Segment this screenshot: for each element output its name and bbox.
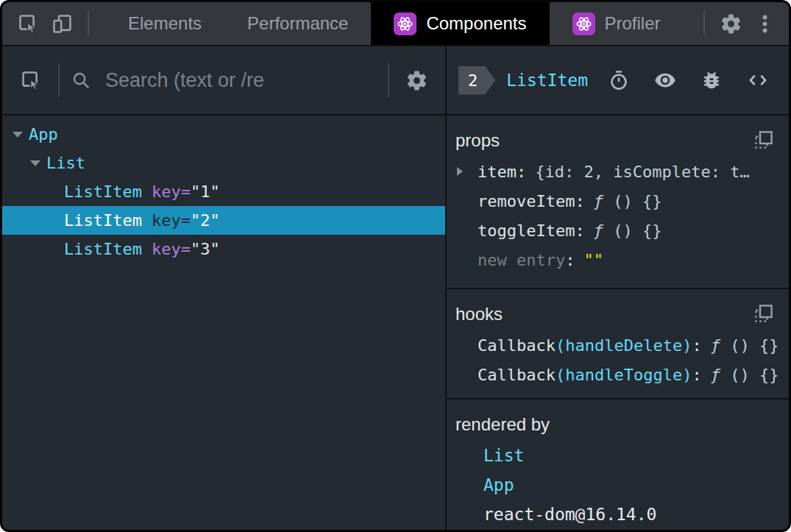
toolbar-divider [703,11,705,36]
props-section-title: props [455,129,778,152]
suspense-toggle-button[interactable] [606,67,632,93]
prop-value: ƒ () {} [594,192,662,210]
copy-hooks-button[interactable] [751,301,777,327]
key-attribute: key="2" [152,211,220,230]
divider [388,63,389,97]
hook-arg: (handleDelete) [556,336,692,355]
copy-icon [753,129,775,151]
react-logo-icon [394,13,416,35]
component-name: ListItem [64,182,142,201]
divider [58,63,60,97]
new-entry-input[interactable]: new entry [478,251,565,269]
components-tree-pane: App List ListItem key="1" ListItem key="… [2,46,447,530]
rendered-by-section: rendered by List App react-dom@16.14.0 [447,400,789,530]
select-component-button[interactable] [14,63,48,97]
view-source-icon [747,69,769,91]
kebab-menu-icon [753,13,776,35]
inspect-element-icon [17,13,40,35]
inspect-element-button[interactable] [11,7,45,40]
hooks-section: hooks Callback(handleDelete): ƒ () {} Ca… [447,289,789,400]
component-name: ListItem [64,211,142,230]
settings-gear-icon [720,13,742,35]
devtools-toolbar: Elements Performance Components Profiler [2,2,789,46]
tree-item-listitem-1[interactable]: ListItem key="1" [2,177,445,206]
selected-component-name: ListItem [506,71,588,90]
renderer-version: react-dom@16.14.0 [483,505,656,524]
hook-row-handletoggle: Callback(handleToggle): ƒ () {} [455,360,778,389]
component-name: App [29,125,58,143]
owners-stack-badge[interactable]: 2 [458,66,495,95]
device-toolbar-icon [51,13,74,35]
owner-row: react-dom@16.14.0 [483,500,778,529]
component-tree: App List ListItem key="1" ListItem key="… [2,116,445,530]
new-entry-value[interactable]: "" [584,251,603,269]
tab-label: Profiler [605,13,661,34]
toolbar-divider [88,11,89,36]
settings-gear-icon [405,69,428,92]
devtools-window: Elements Performance Components Profiler [0,0,791,532]
owner-link-app[interactable]: App [483,475,514,494]
inspect-dom-button[interactable] [652,67,678,93]
tab-label: Performance [247,13,348,34]
tree-toolbar [2,46,445,116]
devtools-settings-button[interactable] [714,7,748,40]
tab-profiler[interactable]: Profiler [550,2,684,45]
react-logo-icon [572,13,595,35]
view-source-button[interactable] [745,67,771,93]
devtools-tabs: Elements Performance Components Profiler [105,2,684,45]
prop-name: removeItem [478,192,575,210]
prop-row-new-entry[interactable]: new entry: "" [455,245,778,274]
owner-row: List [483,441,778,470]
prop-name: item [478,163,517,181]
prop-row-item[interactable]: item: {id: 2, isComplete: t… [455,157,778,186]
expand-triangle-icon[interactable] [457,167,463,176]
prop-row-removeitem: removeItem: ƒ () {} [455,186,778,216]
tree-item-list[interactable]: List [2,149,445,177]
selected-component-pane: 2 ListItem [447,46,789,530]
hook-row-handledelete: Callback(handleDelete): ƒ () {} [455,330,778,360]
tab-label: Elements [128,13,202,34]
selected-component-header: 2 ListItem [447,46,789,116]
owner-row: App [483,470,778,500]
component-name: ListItem [64,240,142,258]
props-section: props item: {id: 2, isComplete: t… remov… [447,116,789,289]
search-box [70,68,377,93]
tree-item-listitem-3[interactable]: ListItem key="3" [2,235,445,263]
tab-performance[interactable]: Performance [224,2,371,45]
tree-item-listitem-2-selected[interactable]: ListItem key="2" [2,206,445,235]
devtools-menu-button[interactable] [748,7,781,40]
tree-settings-button[interactable] [400,63,433,97]
search-input[interactable] [104,68,377,93]
key-attribute: key="3" [152,240,220,258]
hook-value: ƒ () {} [711,336,779,355]
prop-row-toggleitem: toggleItem: ƒ () {} [455,216,778,245]
expander-icon[interactable] [30,160,40,166]
tab-components[interactable]: Components [371,2,549,45]
key-attribute: key="1" [152,182,220,201]
stopwatch-icon [608,69,630,91]
tab-elements[interactable]: Elements [105,2,224,45]
prop-value: {id: 2, isComplete: t… [535,163,749,181]
hook-value: ƒ () {} [711,366,779,384]
tree-item-app[interactable]: App [2,120,445,149]
rendered-by-title: rendered by [455,413,778,436]
hook-name: Callback [478,336,556,355]
prop-name: toggleItem [478,221,575,240]
hook-arg: (handleToggle) [556,366,692,384]
copy-icon [753,302,775,324]
tab-label: Components [426,13,526,34]
owner-link-list[interactable]: List [483,446,524,465]
component-name: List [46,154,85,172]
log-to-console-button[interactable] [698,67,725,93]
hooks-section-title: hooks [455,302,778,326]
search-icon [70,69,92,91]
bug-icon [700,69,723,91]
device-toolbar-button[interactable] [45,7,79,40]
eye-icon [654,69,676,91]
select-element-icon [20,69,43,92]
copy-props-button[interactable] [751,127,777,154]
prop-value: ƒ () {} [594,221,662,240]
expander-icon[interactable] [13,132,23,138]
hook-name: Callback [478,366,556,384]
